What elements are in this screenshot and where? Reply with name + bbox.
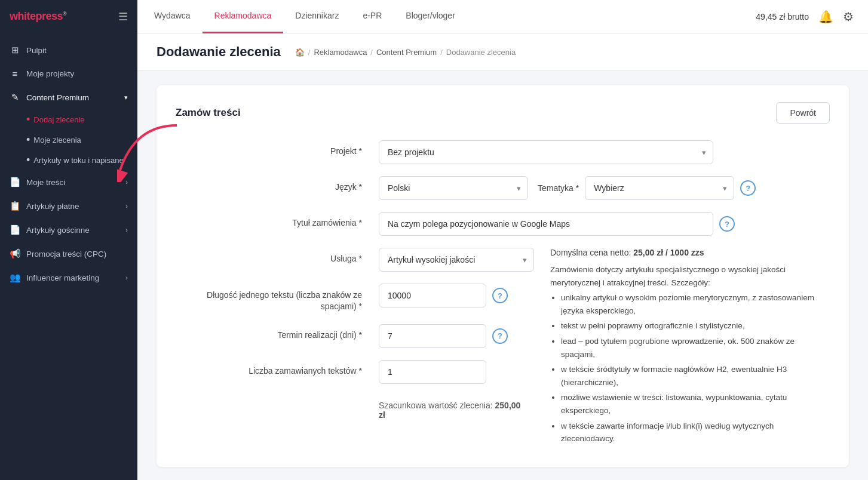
breadcrumb-current: Dodawanie zlecenia bbox=[446, 48, 516, 57]
usluga-select[interactable]: Artykuł wysokiej jakości bbox=[379, 248, 534, 272]
tematyka-info-icon[interactable]: ? bbox=[740, 180, 756, 196]
sidebar-item-artykuly-platne[interactable]: 📋Artykuły płatne› bbox=[0, 194, 137, 218]
liczba-input[interactable] bbox=[379, 360, 486, 384]
estimated-spacer bbox=[176, 396, 379, 402]
tematyka-select-wrap: Wybierz ▾ bbox=[585, 176, 734, 200]
liczba-control bbox=[379, 360, 526, 384]
service-bullet-2: lead – pod tytułem pogrubione wprowadzen… bbox=[561, 335, 830, 361]
sidebar-item-artykuly-goscinne[interactable]: 📄Artykuły gościnne› bbox=[0, 218, 137, 242]
main-content: Dodawanie zlecenia 🏠 / Reklamodawca / Co… bbox=[137, 33, 868, 480]
nav-tab-reklamodawca[interactable]: Reklamodawca bbox=[203, 0, 284, 33]
submenu-label-moje-zlecenia: Moje zlecenia bbox=[33, 136, 81, 144]
nav-tabs: WydawcaReklamodawcaDziennikarze-PRBloger… bbox=[137, 0, 756, 33]
sidebar-icon-influencer-marketing: 👥 bbox=[10, 272, 20, 283]
sidebar-icon-artykuly-goscinne: 📄 bbox=[10, 224, 20, 235]
submenu-dot-artykuly-w-toku: • bbox=[26, 155, 30, 165]
form-area: Zamów treści Powrót Projekt * Bez projek… bbox=[157, 85, 849, 467]
sidebar-item-promocja-tresci[interactable]: 📢Promocja treści (CPC) bbox=[0, 242, 137, 266]
usluga-select-wrap: Artykuł wysokiej jakości ▾ bbox=[379, 248, 534, 272]
submenu-dot-moje-zlecenia: • bbox=[26, 134, 30, 145]
breadcrumb-home-icon[interactable]: 🏠 bbox=[295, 48, 305, 57]
service-bullet-1: tekst w pełni poprawny ortograficznie i … bbox=[561, 319, 830, 333]
jezyk-tematyka-control: Polski ▾ Tematyka * Wybierz ▾ bbox=[379, 176, 830, 200]
jezyk-select[interactable]: Polski bbox=[379, 176, 528, 200]
termin-input[interactable] bbox=[379, 324, 486, 348]
submenu-label-dodaj-zlecenie: Dodaj zlecenie bbox=[33, 115, 84, 124]
sidebar-submenu-item-moje-zlecenia[interactable]: •Moje zlecenia bbox=[26, 130, 137, 150]
page-title: Dodawanie zlecenia bbox=[157, 44, 281, 60]
estimated-value-text: Szacunkowa wartość zlecenia: 250,00 zł bbox=[379, 401, 526, 420]
price-value: 25,00 zł / 1000 zzs bbox=[633, 248, 704, 257]
sidebar-label-pulpit: Pulpit bbox=[26, 46, 47, 55]
sidebar-item-moje-tresci[interactable]: 📄Moje treści› bbox=[0, 170, 137, 194]
dlugosc-info-icon[interactable]: ? bbox=[492, 288, 508, 303]
breadcrumb-sep3: / bbox=[440, 48, 443, 57]
liczba-row: Liczba zamawianych tekstów * bbox=[176, 360, 526, 384]
tytul-input[interactable] bbox=[379, 212, 713, 236]
dlugosc-row: Długość jednego tekstu (liczba znaków ze… bbox=[176, 284, 526, 312]
sidebar-item-pulpit[interactable]: ⊞Pulpit bbox=[0, 38, 137, 62]
page-header: Dodawanie zlecenia 🏠 / Reklamodawca / Co… bbox=[137, 33, 868, 71]
projekt-control: Bez projektu ▾ bbox=[379, 140, 830, 164]
estimated-row: Szacunkowa wartość zlecenia: 250,00 zł bbox=[176, 396, 526, 420]
sidebar-icon-promocja-tresci: 📢 bbox=[10, 248, 20, 259]
app-body: ⊞Pulpit≡Moje projekty✎Content Premium▾•D… bbox=[0, 33, 868, 480]
settings-icon[interactable]: ⚙ bbox=[843, 10, 854, 24]
sidebar-submenu-item-dodaj-zlecenie[interactable]: •Dodaj zlecenie bbox=[26, 109, 137, 130]
service-bullet-0: unikalny artykuł o wysokim poziomie mery… bbox=[561, 291, 830, 317]
estimated-control: Szacunkowa wartość zlecenia: 250,00 zł bbox=[379, 396, 526, 420]
breadcrumb-sep1: / bbox=[308, 48, 311, 57]
sidebar-icon-pulpit: ⊞ bbox=[10, 45, 20, 56]
service-info-panel: Domyślna cena netto: 25,00 zł / 1000 zzs… bbox=[543, 248, 830, 448]
tytul-info-icon[interactable]: ? bbox=[719, 216, 735, 232]
brand-white: white bbox=[10, 10, 36, 22]
submenu-dot-dodaj-zlecenie: • bbox=[26, 114, 30, 125]
sidebar-icon-moje-tresci: 📄 bbox=[10, 177, 20, 187]
form-left: Usługa * Artykuł wysokiej jakości ▾ bbox=[176, 248, 526, 448]
tytul-row: Tytuł zamówienia * ? bbox=[176, 212, 830, 236]
liczba-label: Liczba zamawianych tekstów * bbox=[176, 360, 379, 376]
termin-info-icon[interactable]: ? bbox=[492, 328, 508, 344]
jezyk-select-wrap: Polski ▾ bbox=[379, 176, 528, 200]
sidebar-submenu-item-artykuly-w-toku[interactable]: •Artykuły w toku i napisane bbox=[26, 150, 137, 170]
sidebar-item-content-premium[interactable]: ✎Content Premium▾ bbox=[0, 85, 137, 109]
price-label-text: Domyślna cena netto: bbox=[550, 248, 631, 257]
top-navigation: whitepress® ☰ WydawcaReklamodawcaDzienni… bbox=[0, 0, 868, 33]
tematyka-group: Tematyka * Wybierz ▾ ? bbox=[538, 176, 756, 200]
back-button[interactable]: Powrót bbox=[776, 102, 830, 124]
nav-tab-bloger-vloger[interactable]: Bloger/vloger bbox=[394, 0, 467, 33]
sidebar-item-influencer-marketing[interactable]: 👥Influencer marketing› bbox=[0, 266, 137, 290]
breadcrumb: 🏠 / Reklamodawca / Content Premium / Dod… bbox=[295, 48, 516, 57]
breadcrumb-content-premium[interactable]: Content Premium bbox=[376, 48, 437, 57]
breadcrumb-reklamodawca[interactable]: Reklamodawca bbox=[314, 48, 367, 57]
sidebar-icon-moje-projekty: ≡ bbox=[10, 69, 20, 79]
tematyka-label: Tematyka * bbox=[538, 183, 579, 193]
top-nav-right: 49,45 zł brutto 🔔 ⚙ bbox=[756, 10, 868, 24]
submenu-label-artykuly-w-toku: Artykuły w toku i napisane bbox=[33, 156, 123, 165]
usluga-label: Usługa * bbox=[176, 248, 379, 263]
termin-label: Termin realizacji (dni) * bbox=[176, 324, 379, 340]
projekt-select[interactable]: Bez projektu bbox=[379, 140, 713, 164]
sidebar-icon-artykuly-platne: 📋 bbox=[10, 201, 20, 211]
dlugosc-input[interactable] bbox=[379, 284, 486, 307]
projekt-select-wrap: Bez projektu ▾ bbox=[379, 140, 713, 164]
nav-tab-dziennikarz[interactable]: Dziennikarz bbox=[283, 0, 351, 33]
notifications-icon[interactable]: 🔔 bbox=[818, 10, 833, 24]
dlugosc-control: ? bbox=[379, 284, 526, 307]
usluga-control: Artykuł wysokiej jakości ▾ bbox=[379, 248, 534, 272]
sidebar-submenu-content-premium: •Dodaj zlecenie•Moje zlecenia•Artykuły w… bbox=[0, 109, 137, 170]
sidebar-label-artykuly-platne: Artykuły płatne bbox=[26, 202, 79, 211]
service-bullet-3: w tekście śródtytuły w formacie nagłówkó… bbox=[561, 363, 830, 389]
service-bullets: unikalny artykuł o wysokim poziomie mery… bbox=[550, 291, 830, 445]
brand-reg: ® bbox=[63, 11, 66, 17]
dlugosc-label: Długość jednego tekstu (liczba znaków ze… bbox=[176, 284, 379, 312]
sidebar-item-moje-projekty[interactable]: ≡Moje projekty bbox=[0, 62, 137, 85]
sidebar-label-moje-tresci: Moje treści bbox=[26, 178, 65, 187]
form-two-col: Usługa * Artykuł wysokiej jakości ▾ bbox=[176, 248, 830, 448]
nav-tab-e-pr[interactable]: e-PR bbox=[351, 0, 394, 33]
sidebar-label-content-premium: Content Premium bbox=[26, 93, 89, 102]
service-desc-intro: Zamówienie dotyczy artykułu specjalistyc… bbox=[550, 265, 786, 287]
nav-tab-wydawca[interactable]: Wydawca bbox=[142, 0, 203, 33]
hamburger-icon[interactable]: ☰ bbox=[118, 10, 128, 23]
tematyka-select[interactable]: Wybierz bbox=[585, 176, 734, 200]
